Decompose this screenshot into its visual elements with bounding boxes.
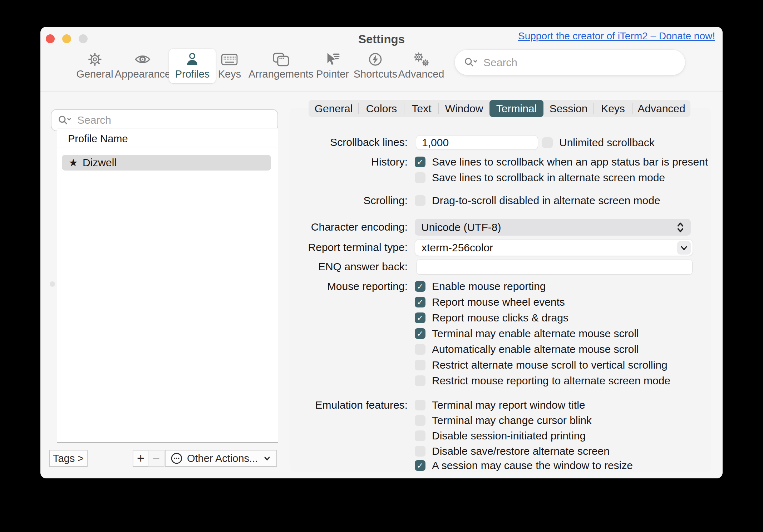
toolbar-item-label: Shortcuts xyxy=(354,68,398,80)
profile-tabbar: General Colors Text Window Terminal Sess… xyxy=(309,100,690,117)
checkbox[interactable] xyxy=(415,460,425,471)
tags-button[interactable]: Tags > xyxy=(49,450,88,467)
splitter-handle[interactable] xyxy=(50,281,55,287)
scrollback-label: Scrollback lines: xyxy=(290,136,408,149)
checkbox-option[interactable]: Automatically enable alternate mouse scr… xyxy=(415,343,639,355)
checkbox[interactable] xyxy=(415,195,425,206)
chevron-down-icon[interactable] xyxy=(677,241,691,255)
toolbar-item-label: Appearance xyxy=(115,68,171,80)
toolbar-item-label: Arrangements xyxy=(248,68,314,80)
donate-link[interactable]: Support the creator of iTerm2 – Donate n… xyxy=(518,30,715,42)
gears-icon xyxy=(413,52,429,66)
profile-name: Dizwell xyxy=(83,157,117,169)
toolbar-item-label: Pointer xyxy=(316,68,349,80)
checkbox-option[interactable]: Unlimited scrollback xyxy=(542,137,655,149)
checkbox-option[interactable]: Terminal may change cursor blink xyxy=(415,414,592,427)
checkbox-option[interactable]: Restrict alternate mouse scroll to verti… xyxy=(415,359,668,371)
windows-icon xyxy=(273,52,289,66)
mouse-reporting-label: Mouse reporting: xyxy=(290,280,408,293)
tab-window[interactable]: Window xyxy=(439,100,489,117)
other-actions-dropdown[interactable]: Other Actions... xyxy=(165,450,277,467)
tab-session[interactable]: Session xyxy=(543,100,594,117)
tab-advanced[interactable]: Advanced xyxy=(632,100,690,117)
toolbar-item-label: Profiles xyxy=(175,68,210,80)
encoding-popup[interactable]: Unicode (UTF-8) xyxy=(415,219,691,236)
checkbox-option[interactable]: Enable mouse reporting xyxy=(415,280,546,292)
cursor-icon xyxy=(325,52,340,66)
enq-field[interactable] xyxy=(417,260,693,275)
checkbox[interactable] xyxy=(415,157,425,167)
checkbox[interactable] xyxy=(415,297,425,307)
checkbox-option[interactable]: Disable session-initiated printing xyxy=(415,430,586,442)
checkbox-option[interactable]: Drag-to-scroll disabled in alternate scr… xyxy=(415,194,660,207)
search-icon xyxy=(58,115,72,126)
up-down-chevrons-icon xyxy=(676,221,685,234)
checkbox[interactable] xyxy=(415,281,425,292)
tab-terminal[interactable]: Terminal xyxy=(489,100,543,117)
history-label: History: xyxy=(290,156,408,168)
checkbox-option[interactable]: Report mouse clicks & drags xyxy=(415,312,568,324)
toolbar-item-appearance[interactable]: Appearance xyxy=(109,49,177,83)
checkbox-option[interactable]: Terminal may enable alternate mouse scro… xyxy=(415,327,639,340)
toolbar-item-label: Keys xyxy=(218,68,241,80)
checkbox[interactable] xyxy=(415,360,425,370)
checkbox-option[interactable]: Save lines to scrollback in alternate sc… xyxy=(415,172,665,184)
enq-label: ENQ answer back: xyxy=(290,260,408,273)
checkbox[interactable] xyxy=(415,430,425,441)
checkbox-option[interactable]: Report mouse wheel events xyxy=(415,296,565,308)
toolbar-search[interactable] xyxy=(455,50,685,75)
checkbox-option[interactable]: A session may cause the window to resize xyxy=(415,459,633,472)
toolbar-search-input[interactable] xyxy=(483,56,681,69)
enq-input[interactable] xyxy=(417,261,692,273)
toolbar-item-label: Advanced xyxy=(398,68,444,80)
encoding-value: Unicode (UTF-8) xyxy=(421,221,676,233)
chevron-down-icon xyxy=(263,454,271,463)
toolbar-item-arrangements[interactable]: Arrangements xyxy=(242,49,320,83)
default-profile-star-icon: ★ xyxy=(69,157,78,169)
checkbox[interactable] xyxy=(415,344,425,355)
checkbox-option[interactable]: Save lines to scrollback when an app sta… xyxy=(415,156,708,168)
toolbar-divider xyxy=(40,91,723,92)
checkbox-option[interactable]: Restrict mouse reporting to alternate sc… xyxy=(415,375,670,387)
gear-icon xyxy=(88,52,102,66)
scrolling-label: Scrolling: xyxy=(290,194,408,207)
search-icon xyxy=(464,57,478,68)
person-icon xyxy=(186,52,199,66)
toolbar-item-keys[interactable]: Keys xyxy=(212,49,247,83)
keyboard-icon xyxy=(221,52,238,66)
tab-keys[interactable]: Keys xyxy=(594,100,632,117)
emulation-label: Emulation features: xyxy=(290,399,408,412)
scrollback-field[interactable] xyxy=(416,135,538,150)
toolbar-item-label: General xyxy=(76,68,113,80)
checkbox[interactable] xyxy=(415,415,425,426)
tab-colors[interactable]: Colors xyxy=(359,100,404,117)
checkbox[interactable] xyxy=(415,400,425,410)
checkbox-option[interactable]: Terminal may report window title xyxy=(415,399,585,411)
tab-general[interactable]: General xyxy=(309,100,359,117)
checkbox-option[interactable]: Disable save/restore alternate screen xyxy=(415,445,610,457)
checkbox[interactable] xyxy=(415,312,425,323)
terminal-type-value: xterm-256color xyxy=(422,242,677,254)
other-actions-label: Other Actions... xyxy=(187,453,259,464)
checkbox[interactable] xyxy=(415,328,425,339)
profile-row-dizwell[interactable]: ★ Dizwell xyxy=(62,155,271,171)
ellipsis-circle-icon xyxy=(171,452,183,464)
checkbox[interactable] xyxy=(415,446,425,457)
toolbar-item-advanced[interactable]: Advanced xyxy=(392,49,451,83)
profile-list: Profile Name ★ Dizwell xyxy=(57,128,278,443)
settings-window: Settings Support the creator of iTerm2 –… xyxy=(40,27,723,478)
header-divider xyxy=(57,148,278,148)
profile-list-header: Profile Name xyxy=(68,133,128,145)
checkbox[interactable] xyxy=(542,137,553,148)
checkbox[interactable] xyxy=(415,172,425,183)
bolt-circle-icon xyxy=(368,52,383,66)
scrollback-input[interactable] xyxy=(416,137,538,149)
remove-profile-button: − xyxy=(148,450,164,467)
eye-icon xyxy=(135,52,151,66)
terminal-type-combo[interactable]: xterm-256color xyxy=(415,239,693,256)
checkbox[interactable] xyxy=(415,375,425,386)
tab-text[interactable]: Text xyxy=(404,100,439,117)
profile-search-input[interactable] xyxy=(77,114,272,127)
toolbar-item-profiles[interactable]: Profiles xyxy=(169,49,216,83)
add-profile-button[interactable]: + xyxy=(133,450,149,467)
